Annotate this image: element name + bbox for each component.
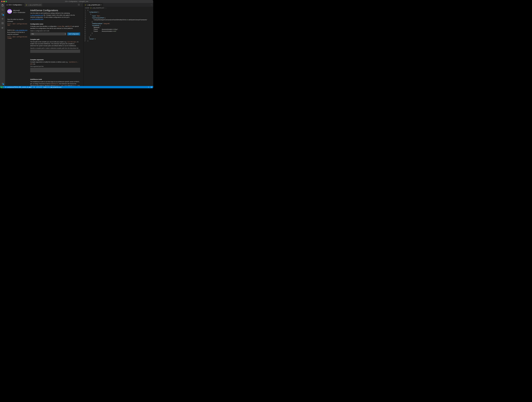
page-desc: Use this editor to edit IntelliSense set… <box>30 12 80 20</box>
sync-icon[interactable] <box>33 86 35 88</box>
compiler-args-heading: Compiler arguments <box>30 59 80 60</box>
json-icon: {} <box>25 4 27 6</box>
tab-label: C/C++ Configurations <box>8 4 22 6</box>
breadcrumbs[interactable]: .vscode› {} c_cpp_properties.json› ... <box>83 7 153 9</box>
tabs-right: {} c_cpp_properties.json × ⋯ <box>83 3 153 7</box>
remote-indicator[interactable] <box>0 86 3 88</box>
tab-label: c_cpp_properties.json <box>87 4 100 6</box>
more-icon[interactable]: ⋯ <box>151 4 152 6</box>
svg-point-0 <box>2 9 3 10</box>
docker-icon[interactable] <box>1 26 4 29</box>
tabs-left: ◉ C/C++ Configurations × {} c_cpp_proper… <box>5 3 83 7</box>
extensions-icon[interactable] <box>1 22 4 25</box>
feedback-icon[interactable]: ☺ <box>148 86 149 88</box>
open-editor-text: Open this editor by using the command: <box>7 19 27 22</box>
config-editor: C/C++ MicrosoftC/C++ Extension Open this… <box>5 7 83 86</box>
split-editor-icon[interactable] <box>78 4 80 6</box>
svg-rect-6 <box>3 22 3 23</box>
tab-label: c_cpp_properties.json <box>28 4 41 6</box>
settings-badge: 1 <box>3 83 4 85</box>
json-link[interactable]: c_cpp_properties.json <box>30 14 43 16</box>
svg-point-11 <box>5 87 6 87</box>
compiler-path-heading: Compiler path <box>30 39 80 40</box>
problems[interactable]: 0 0 <box>36 86 42 88</box>
close-window[interactable] <box>1 1 3 2</box>
svg-point-12 <box>5 87 6 88</box>
more-icon[interactable]: ⋯ <box>81 4 82 6</box>
titlebar: C/C++ Configurations — driving622_new <box>0 0 153 3</box>
page-title: IntelliSense Configurations <box>30 9 80 12</box>
explorer-icon[interactable] <box>1 4 4 6</box>
window-title: C/C++ Configurations — driving622_new <box>65 1 88 2</box>
activity-bar: 5 1 <box>0 3 5 86</box>
extension-logo: C/C++ <box>7 9 12 14</box>
close-icon[interactable]: × <box>101 4 102 6</box>
add-configuration-button[interactable]: Add Configuration <box>67 32 80 35</box>
json-link-2[interactable]: c_cpp_properties.json <box>30 19 43 20</box>
tab-json-right[interactable]: {} c_cpp_properties.json × <box>83 3 103 7</box>
json-editor[interactable]: 1234567891011121314151617 { "configurati… <box>83 9 153 86</box>
compiler-path-input[interactable] <box>30 50 80 53</box>
compiler-args-input[interactable] <box>30 68 80 72</box>
svg-point-2 <box>2 15 2 15</box>
brand-text: MicrosoftC/C++ Extension <box>13 9 25 13</box>
minimize-window[interactable] <box>3 1 5 2</box>
svg-rect-8 <box>3 23 3 24</box>
config-select[interactable]: Mac <box>30 32 66 35</box>
tab-cpp-properties-json[interactable]: {} c_cpp_properties.json <box>25 3 43 7</box>
open-cmd: C/C++: Edit configurations (UI) <box>7 23 27 26</box>
cpp-icon: ◉ <box>6 4 8 6</box>
search-icon[interactable] <box>1 8 4 11</box>
switch-cmd: C/C++: Edit configurations (JSON) <box>7 36 27 39</box>
tab-cpp-config[interactable]: ◉ C/C++ Configurations × <box>5 3 25 7</box>
settings-icon[interactable]: 1 <box>1 82 4 85</box>
bell-icon[interactable] <box>151 86 152 88</box>
config-name-heading: Configuration name <box>30 23 80 25</box>
svg-rect-5 <box>2 22 2 23</box>
maximize-window[interactable] <box>6 1 7 2</box>
scm-icon[interactable]: 5 <box>1 13 4 16</box>
debug-icon[interactable] <box>1 18 4 20</box>
svg-rect-7 <box>2 23 2 24</box>
svg-point-1 <box>2 13 2 14</box>
git-branch[interactable]: user/jramos/FWVAL-699-_current_sil_apps* <box>5 86 32 88</box>
json-file-link[interactable]: c_cpp_properties.json <box>15 30 27 31</box>
switch-text: Switch to the c_cpp_properties.json file… <box>7 29 27 35</box>
close-icon[interactable]: × <box>22 4 23 6</box>
intellisense-mode-heading: IntelliSense mode <box>30 78 80 80</box>
scm-badge: 5 <box>3 14 4 16</box>
language-mode[interactable]: ⫴ json | ⊙ c_cpp_properties.json <box>43 86 62 88</box>
statusbar: user/jramos/FWVAL-699-_current_sil_apps*… <box>0 86 153 88</box>
json-icon: {} <box>84 4 86 6</box>
